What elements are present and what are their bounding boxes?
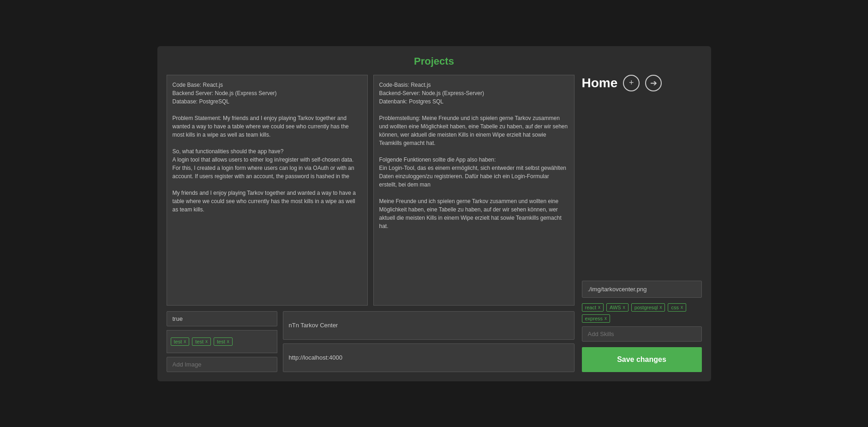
image-tags-area: testxtestxtestx xyxy=(167,330,277,353)
bottom-row1: testxtestxtestx xyxy=(167,311,575,372)
image-tag: testx xyxy=(214,337,233,346)
remove-skill-button[interactable]: x xyxy=(598,305,600,310)
skills-section: reactxAWSxpostgresqlxcssxexpressx xyxy=(582,303,702,342)
skills-tags: reactxAWSxpostgresqlxcssxexpressx xyxy=(582,303,702,323)
remove-skill-button[interactable]: x xyxy=(623,305,625,310)
left-panel: Code Base: React.js Backend Server: Node… xyxy=(167,75,575,372)
remove-image-tag-button[interactable]: x xyxy=(184,339,186,344)
right-panel: Home + ➔ reactxAWSxpostgresqlxcssxexpres… xyxy=(582,75,702,372)
bool-input[interactable] xyxy=(167,311,277,326)
project-url-input[interactable] xyxy=(283,343,575,372)
image-path-input[interactable] xyxy=(582,281,702,298)
main-container: Projects Code Base: React.js Backend Ser… xyxy=(157,46,711,381)
home-header: Home + ➔ xyxy=(582,75,702,91)
remove-skill-button[interactable]: x xyxy=(681,305,683,310)
skill-tag: cssx xyxy=(668,303,686,312)
remove-image-tag-button[interactable]: x xyxy=(227,339,229,344)
skill-tag: postgresqlx xyxy=(631,303,665,312)
export-button[interactable]: ➔ xyxy=(645,75,662,91)
main-layout: Code Base: React.js Backend Server: Node… xyxy=(167,75,702,372)
text-panel-left[interactable]: Code Base: React.js Backend Server: Node… xyxy=(167,75,368,306)
add-skills-input[interactable] xyxy=(582,326,702,342)
skill-tag: reactx xyxy=(582,303,604,312)
remove-skill-button[interactable]: x xyxy=(659,305,662,310)
save-changes-button[interactable]: Save changes xyxy=(582,347,702,372)
image-tag: testx xyxy=(192,337,211,346)
skill-tag: AWSx xyxy=(606,303,629,312)
export-icon: ➔ xyxy=(650,78,657,88)
add-project-button[interactable]: + xyxy=(623,75,640,91)
remove-skill-button[interactable]: x xyxy=(605,316,607,321)
skill-tag: expressx xyxy=(582,314,611,323)
home-label: Home xyxy=(582,76,618,90)
image-tag: testx xyxy=(171,337,190,346)
bottom-controls: testxtestxtestx xyxy=(167,311,575,372)
project-title-input[interactable] xyxy=(283,311,575,340)
remove-image-tag-button[interactable]: x xyxy=(205,339,208,344)
page-title: Projects xyxy=(167,55,702,67)
plus-icon: + xyxy=(629,78,634,88)
text-panels: Code Base: React.js Backend Server: Node… xyxy=(167,75,575,306)
text-panel-right[interactable]: Code-Basis: React.js Backend-Server: Nod… xyxy=(373,75,575,306)
add-image-input[interactable] xyxy=(167,357,277,372)
